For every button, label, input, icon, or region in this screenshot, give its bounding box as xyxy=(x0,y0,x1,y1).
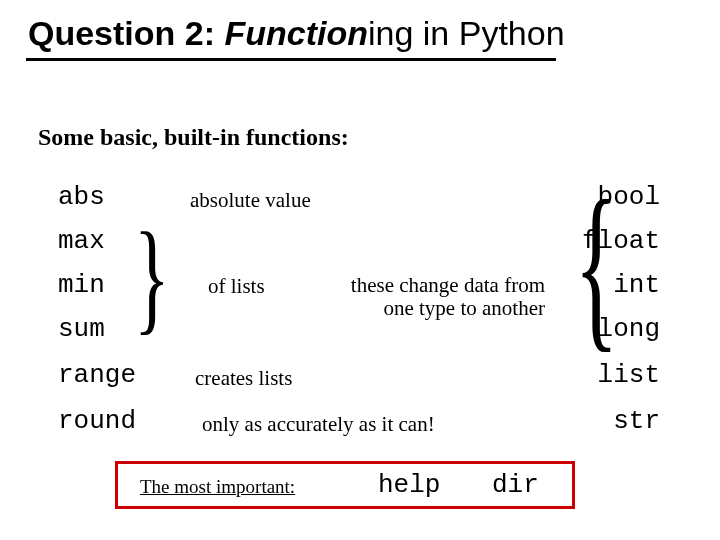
desc-change: these change data from one type to anoth… xyxy=(345,274,545,320)
desc-oflists: of lists xyxy=(208,274,265,299)
fn-range: range xyxy=(58,360,178,390)
desc-round: only as accurately as it can! xyxy=(202,412,435,437)
brace-right-icon: { xyxy=(574,172,618,357)
title-italic: Function xyxy=(224,14,368,52)
desc-creates: creates lists xyxy=(195,366,292,391)
title-suffix: ing in Python xyxy=(368,14,565,52)
desc-absval: absolute value xyxy=(190,188,311,213)
fn-round: round xyxy=(58,406,178,436)
desc-change-line2: one type to another xyxy=(383,296,545,320)
type-int: int xyxy=(613,270,660,300)
desc-change-line1: these change data from xyxy=(351,273,545,297)
desc-important: The most important: xyxy=(140,476,295,498)
fn-dir: dir xyxy=(492,470,539,500)
fn-help: help xyxy=(378,470,440,500)
title-prefix: Question 2: xyxy=(28,14,224,52)
type-str: str xyxy=(613,406,660,436)
brace-left-icon: } xyxy=(134,215,170,339)
subtitle: Some basic, built-in functions: xyxy=(38,124,349,151)
title-underline xyxy=(26,58,556,61)
slide-title: Question 2: Functioning in Python xyxy=(28,14,565,53)
